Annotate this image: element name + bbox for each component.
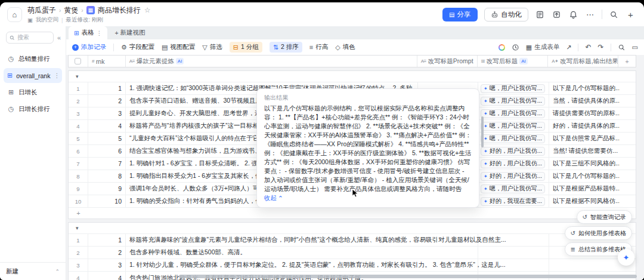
cell-output[interactable]: 以下是几个仿写标题的... bbox=[549, 170, 620, 182]
cell-output[interactable]: 以下是根据不同风格仿... bbox=[549, 195, 620, 207]
cell-rnk[interactable]: 2 bbox=[88, 95, 126, 107]
cell-output[interactable]: 以下是三组不同风格的... bbox=[549, 158, 620, 170]
cell-rnk[interactable]: 6 bbox=[88, 145, 126, 157]
cell-rewrite[interactable]: ✦嗯，用户让我仿写... bbox=[478, 120, 549, 132]
table-row[interactable]: 331. 针对幼少儿童，明确受众群体，便于目标对象定位。 2. 提及“英语启蒙”… bbox=[69, 259, 636, 272]
ai-result-tag[interactable]: ✦好的，用户让我仿... bbox=[481, 172, 545, 181]
cell-rnk[interactable]: 4 bbox=[88, 120, 126, 132]
search-icon[interactable] bbox=[609, 10, 619, 20]
cell-rnk[interactable]: 1 bbox=[88, 234, 126, 246]
group-header-row[interactable]: ▾ bbox=[69, 223, 636, 234]
ai-result-tag[interactable]: ✦嗯，用户让我仿写... bbox=[481, 134, 545, 143]
breadcrumb-item-space[interactable]: 萌瓜蛋子 bbox=[27, 5, 56, 16]
history-clock-icon[interactable] bbox=[512, 44, 519, 51]
ai-result-tag[interactable]: ✦好的，用户让我仿... bbox=[481, 159, 545, 168]
undo-icon[interactable]: ↶ bbox=[585, 43, 591, 51]
sidebar-item-total-sales-rank[interactable]: ◷ 总销量排行 bbox=[4, 51, 62, 66]
row-height-button[interactable]: ≡行高 bbox=[309, 43, 328, 51]
cell-output[interactable]: 以下是几个仿写标题的... bbox=[549, 82, 620, 94]
horizontal-scrollbar[interactable] bbox=[179, 275, 637, 278]
cell-output[interactable]: 当然，请提供具体的原... bbox=[549, 95, 620, 107]
table-row[interactable]: 22包含多种学科领域、数量达500部、高清。 bbox=[69, 247, 636, 259]
cell-rewrite[interactable] bbox=[478, 247, 549, 259]
sort-button[interactable]: ⇅2 排序 bbox=[270, 42, 302, 53]
cell-rnk[interactable]: 7 bbox=[88, 158, 126, 170]
more-icon[interactable]: ⋯ bbox=[585, 10, 595, 20]
add-column-button[interactable]: + bbox=[618, 56, 636, 67]
ai-assistant-icon[interactable] bbox=[499, 44, 505, 51]
add-icon[interactable]: + bbox=[626, 10, 636, 20]
select-all-checkbox[interactable] bbox=[75, 58, 81, 64]
cell-output[interactable]: 以下是根据产品标题特... bbox=[549, 183, 620, 195]
cell-output[interactable]: 请提供需要仿写的原标... bbox=[549, 107, 620, 119]
cell-rnk[interactable]: 5 bbox=[88, 133, 126, 144]
share-button[interactable]: ▤ 分享 bbox=[442, 8, 477, 21]
cell-rewrite[interactable]: ✦好的，我现在需要... bbox=[478, 195, 549, 207]
ai-result-tag[interactable]: ✦嗯，用户让我仿写... bbox=[481, 184, 545, 193]
ai-result-tag[interactable]: ✦好的，用户让我仿... bbox=[481, 147, 545, 156]
ai-result-tag[interactable]: ✦嗯，用户让我仿写... bbox=[481, 84, 545, 93]
cell-rnk[interactable]: 10 bbox=[88, 195, 126, 207]
add-record-row[interactable]: + bbox=[69, 208, 636, 219]
sidebar-item-daily-growth-rank[interactable]: ◷ 日增长排行 bbox=[4, 101, 62, 116]
new-view-button[interactable]: + 新建视图 bbox=[107, 26, 152, 39]
view-config-button[interactable]: ▤视图配置 bbox=[162, 43, 195, 51]
cell-output[interactable]: 以下是仿照常见产品标... bbox=[549, 133, 620, 144]
column-header-prompt[interactable]: A≡ 改写标题Prompt bbox=[417, 56, 478, 67]
ai-assistant-fab[interactable]: ✦ bbox=[618, 249, 634, 266]
ai-result-tag[interactable]: ✦嗯，用户让我仿写... bbox=[481, 97, 545, 106]
cell-rnk[interactable]: 4 bbox=[88, 272, 126, 280]
ai-result-tag[interactable]: ✦嗯，用户让我仿写... bbox=[481, 109, 545, 118]
tab-more-icon[interactable]: ⋮ bbox=[96, 30, 102, 36]
cell-element[interactable]: 1. 针对幼少儿童，明确受众群体，便于目标对象定位。 2. 提及“英语启蒙”，点… bbox=[126, 259, 418, 271]
sidebar-item-overall-rank[interactable]: ⊞ overall_rank ⋮ bbox=[4, 68, 62, 83]
add-record-button[interactable]: + 添加记录 bbox=[72, 43, 106, 51]
fill-color-button[interactable]: ◇填色 bbox=[335, 43, 355, 51]
cell-element[interactable]: 标题将充满趣味的“波点童趣”元素与儿童纪录片相结合，同时“小自然”这个概念给人清… bbox=[126, 234, 418, 246]
generate-form-button[interactable]: ▦生成表单 bbox=[526, 43, 559, 51]
cell-rnk[interactable]: 2 bbox=[88, 247, 126, 259]
field-config-button[interactable]: ⚙字段配置 bbox=[121, 43, 154, 51]
sidebar-item-daily-growth[interactable]: ⊞ 日增长 bbox=[4, 85, 62, 100]
share-view-icon[interactable]: ↗ bbox=[566, 44, 571, 51]
home-button[interactable]: ⌂ bbox=[7, 7, 22, 22]
cell-rnk[interactable]: 3 bbox=[88, 259, 126, 271]
cell-rewrite[interactable]: ✦嗯，用户让我仿写... bbox=[478, 107, 549, 119]
item-more-icon[interactable]: ⋮ bbox=[54, 72, 60, 79]
automation-button[interactable]: 自动化 bbox=[484, 8, 529, 21]
cell-rewrite[interactable]: ✦嗯，用户让我仿写... bbox=[478, 82, 549, 94]
column-header-element[interactable]: A≡ 爆款元素提炼 AI bbox=[126, 56, 417, 67]
collapse-link[interactable]: 收起⌃ bbox=[264, 194, 472, 202]
cell-rnk[interactable]: 1 bbox=[88, 82, 126, 94]
history-icon[interactable] bbox=[535, 10, 545, 20]
favorite-star-icon[interactable]: ☆ bbox=[144, 6, 151, 14]
table-row[interactable]: 11标题将充满趣味的“波点童趣”元素与儿童纪录片相结合，同时“小自然”这个概念给… bbox=[69, 234, 636, 247]
smart-query-history-pill[interactable]: ↺ 智能查询记录 bbox=[577, 210, 632, 224]
sidebar-collapse-button[interactable]: « bbox=[57, 34, 61, 41]
cell-output[interactable]: 当然! 请提供您需要仿... bbox=[549, 145, 620, 157]
search-table-icon[interactable] bbox=[618, 44, 626, 51]
filter-button[interactable]: ▽筛选 bbox=[202, 43, 222, 51]
cell-rnk[interactable]: 9 bbox=[88, 183, 126, 195]
sidebar-new-button[interactable]: 新建 ⌃ bbox=[0, 262, 66, 280]
column-header-rnk[interactable]: # rnk bbox=[88, 56, 126, 67]
cell-output[interactable] bbox=[549, 259, 620, 271]
cell-rewrite[interactable]: ✦好的，用户让我仿... bbox=[478, 158, 549, 170]
cell-rewrite[interactable]: ✦嗯，用户让我仿写... bbox=[478, 95, 549, 107]
cell-output[interactable]: 好的，请提供具体的原... bbox=[549, 120, 620, 132]
cell-rewrite[interactable]: ✦嗯，用户让我仿写... bbox=[478, 133, 549, 144]
sidebar-search-input[interactable]: 搜索 bbox=[6, 32, 54, 44]
cell-rnk[interactable]: 3 bbox=[88, 107, 126, 119]
cell-element[interactable]: 包含多种学科领域、数量达500部、高清。 bbox=[126, 247, 418, 259]
column-header-rewrite[interactable]: ⊞ 改写后标题 AI bbox=[478, 56, 549, 67]
cell-rewrite[interactable]: ✦好的，用户让我仿... bbox=[478, 145, 549, 157]
group-button[interactable]: ⊟1 分组 bbox=[230, 42, 262, 53]
column-header-output[interactable]: A✦ 改写后标题,输出结果 bbox=[548, 56, 618, 67]
cell-rnk[interactable]: 8 bbox=[88, 170, 126, 182]
vertical-scrollbar-thumb[interactable] bbox=[481, 116, 484, 147]
group-header-row[interactable]: ▾ bbox=[69, 71, 636, 82]
how-to-use-pill[interactable]: ↺ 如何使用多维表格 bbox=[565, 226, 632, 240]
widget-icon[interactable]: ▭ bbox=[632, 44, 638, 51]
cell-prompt[interactable] bbox=[418, 247, 478, 259]
tab-grid-view[interactable]: ⊞ 表格 ⋮ bbox=[69, 26, 107, 39]
